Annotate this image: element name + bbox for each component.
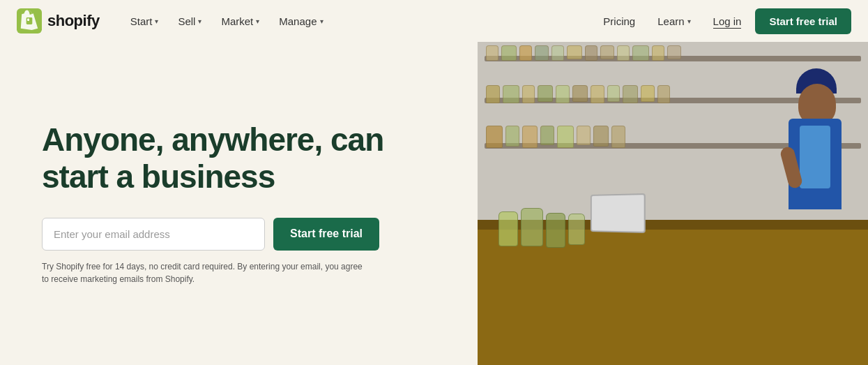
person [770,56,847,365]
jar [593,126,609,147]
svg-rect-1 [26,17,33,24]
email-form: Start free trial [42,218,436,251]
nav-item-sell[interactable]: Sell ▾ [169,10,210,33]
hero-title: Anyone, anywhere, can start a business [42,121,436,195]
nav-item-manage[interactable]: Manage ▾ [271,10,331,33]
hero-section: Anyone, anywhere, can start a business S… [0,42,478,365]
nav-start-trial-button[interactable]: Start free trial [755,8,851,34]
chevron-down-icon: ▾ [256,17,259,25]
shop-scene-background [478,42,868,365]
jar [538,85,553,102]
jar [652,45,664,61]
jar [556,85,570,103]
nav-item-market[interactable]: Market ▾ [213,10,268,33]
hero-title-line2: start a business [42,158,275,195]
nav-sell-label: Sell [178,15,195,27]
nav-right: Pricing Learn ▾ Log in Start free trial [595,8,851,34]
jar [540,126,554,145]
jar [591,85,604,103]
jar [522,85,535,103]
jar [567,45,582,59]
jar [632,45,649,61]
jar [641,85,655,102]
nav-learn-link[interactable]: Learn ▾ [649,10,699,33]
jar [486,85,500,103]
table-jar [546,213,565,248]
table-jar [568,214,585,245]
nav-start-label: Start [130,15,153,27]
start-trial-button[interactable]: Start free trial [273,218,379,251]
navbar: shopify Start ▾ Sell ▾ Market ▾ Manage ▾… [0,0,868,42]
logo[interactable]: shopify [17,8,100,33]
jar [585,45,597,61]
chevron-down-icon: ▾ [320,17,323,25]
nav-item-start[interactable]: Start ▾ [122,10,167,33]
nav-manage-label: Manage [279,15,317,27]
jar [551,45,564,61]
jar [600,45,614,59]
svg-rect-2 [27,18,29,21]
shopify-logo-icon [17,8,42,33]
jar [577,126,591,145]
jar [557,126,574,148]
email-input[interactable] [42,218,265,251]
jar [505,126,519,147]
jar [657,85,670,103]
table-jar [521,208,543,246]
nav-login-link[interactable]: Log in [705,10,750,33]
chevron-down-icon: ▾ [155,17,158,25]
hero-image [478,42,868,365]
chevron-down-icon: ▾ [687,17,691,25]
jar [667,45,681,59]
disclaimer-text: Try Shopify free for 14 days, no credit … [42,260,363,285]
chevron-down-icon: ▾ [198,17,201,25]
main-content: Anyone, anywhere, can start a business S… [0,42,868,365]
nav-pricing-link[interactable]: Pricing [595,10,644,33]
nav-market-label: Market [221,15,253,27]
nav-login-label: Log in [713,15,742,27]
jar [519,45,532,61]
jar [503,85,519,103]
table-jar [498,211,518,246]
jar [607,85,620,102]
jar [535,45,549,61]
jar [572,85,588,102]
jar [501,45,517,61]
nav-learn-label: Learn [657,15,684,27]
jar [486,45,498,61]
jar [486,126,503,148]
jar [617,45,630,61]
apron [800,126,830,188]
brand-name: shopify [47,12,100,30]
jar [623,85,638,103]
laptop [591,193,646,233]
hero-title-line1: Anyone, anywhere, can [42,121,383,158]
jar [522,126,538,148]
jar [611,126,625,148]
nav-left: Start ▾ Sell ▾ Market ▾ Manage ▾ [122,10,332,33]
